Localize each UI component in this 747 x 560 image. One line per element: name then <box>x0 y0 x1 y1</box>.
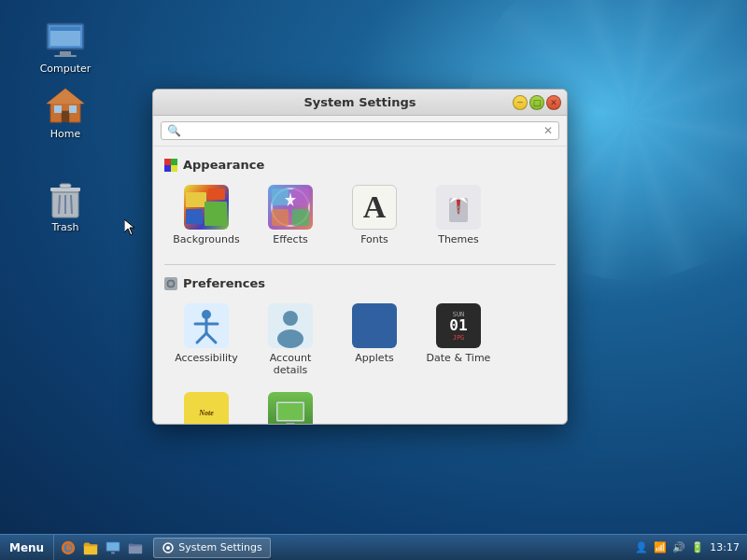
svg-rect-63 <box>107 542 120 550</box>
svg-point-67 <box>166 546 170 550</box>
taskbar: Menu <box>0 534 747 560</box>
svg-rect-5 <box>50 27 80 31</box>
window-title: System Settings <box>303 95 416 109</box>
accessibility-label: Accessibility <box>175 352 238 364</box>
svg-line-14 <box>59 195 60 214</box>
maximize-button[interactable]: □ <box>529 95 544 110</box>
svg-rect-2 <box>60 51 71 55</box>
svg-rect-17 <box>50 188 80 191</box>
desktop-icon-computer[interactable]: Computer <box>28 14 103 78</box>
svg-rect-32 <box>292 189 309 205</box>
svg-rect-33 <box>272 209 289 226</box>
close-button[interactable]: ✕ <box>546 95 561 110</box>
taskbar-user-icon: 👤 <box>635 541 648 553</box>
svg-point-42 <box>458 210 460 213</box>
taskbar-battery-icon: 🔋 <box>691 541 704 553</box>
computer-label: Computer <box>40 63 92 75</box>
account-details-label: Account details <box>252 352 329 376</box>
svg-marker-8 <box>47 89 84 104</box>
backgrounds-label: Backgrounds <box>173 233 239 245</box>
appearance-label: Appearance <box>183 158 264 172</box>
taskbar-time: 13:17 <box>710 541 740 553</box>
firefox-button[interactable] <box>58 538 78 558</box>
desklets-icon: Note <box>184 392 229 424</box>
effects-label: Effects <box>273 233 307 245</box>
taskbar-apps <box>54 538 149 558</box>
svg-point-54 <box>277 329 303 348</box>
home-icon <box>43 83 88 128</box>
svg-rect-3 <box>54 55 77 57</box>
settings-icon-fonts[interactable]: A Fonts <box>332 177 416 253</box>
search-input-wrap: 🔍 ✕ <box>161 121 559 140</box>
settings-taskbar-icon <box>162 541 175 554</box>
preferences-section-header: Preferences <box>153 273 567 296</box>
files-button[interactable] <box>80 538 101 558</box>
appearance-icons-grid: Backgrounds <box>153 177 567 260</box>
svg-rect-10 <box>54 105 62 113</box>
preferences-icon <box>164 277 177 290</box>
search-input[interactable] <box>185 124 543 137</box>
settings-icon-themes[interactable]: Themes <box>416 177 500 253</box>
taskbar-right: 👤 📶 🔊 🔋 13:17 <box>627 541 747 553</box>
search-clear-button[interactable]: ✕ <box>543 124 553 137</box>
settings-icon-desklets[interactable]: Note Desklets <box>164 385 248 424</box>
svg-rect-28 <box>204 202 227 226</box>
settings-icon-desktop[interactable]: Desktop <box>248 385 332 424</box>
desktop-icon-home[interactable]: Home <box>28 79 103 144</box>
svg-rect-11 <box>69 105 77 113</box>
svg-rect-64 <box>111 552 115 553</box>
menu-label: Menu <box>9 541 44 554</box>
trash-icon <box>43 176 88 221</box>
section-divider-1 <box>164 264 556 265</box>
themes-label: Themes <box>438 233 479 245</box>
svg-rect-21 <box>171 159 177 165</box>
themes-icon <box>436 185 481 230</box>
menu-button[interactable]: Menu <box>0 535 54 560</box>
account-details-icon <box>268 303 313 348</box>
settings-icon-effects[interactable]: Effects <box>248 177 332 253</box>
fonts-label: Fonts <box>360 233 388 245</box>
window-content: Appearance Backgrounds <box>153 147 567 424</box>
svg-rect-23 <box>171 165 177 172</box>
svg-rect-18 <box>60 184 71 188</box>
svg-rect-27 <box>186 209 203 224</box>
date-time-label: Date & Time <box>427 352 491 364</box>
home-label: Home <box>50 128 80 140</box>
svg-rect-31 <box>272 189 289 205</box>
search-bar: 🔍 ✕ <box>153 116 567 147</box>
system-settings-window: System Settings ─ □ ✕ 🔍 ✕ <box>152 89 568 425</box>
taskbar-volume-icon: 🔊 <box>672 541 685 553</box>
effects-icon <box>268 185 313 230</box>
desktop-icon-trash[interactable]: Trash <box>28 173 103 237</box>
taskbar-network-icon: 📶 <box>654 541 667 553</box>
svg-rect-34 <box>292 209 309 226</box>
settings-icon-account-details[interactable]: Account details <box>248 296 332 384</box>
settings-icon-date-time[interactable]: SUN 01 JPG Date & Time <box>416 296 500 384</box>
svg-rect-9 <box>62 111 69 122</box>
accessibility-icon <box>184 303 229 348</box>
svg-rect-57 <box>287 423 295 424</box>
svg-rect-20 <box>164 159 171 165</box>
svg-rect-25 <box>186 192 206 207</box>
applets-label: Applets <box>355 352 393 364</box>
applets-icon <box>352 303 397 348</box>
settings-icon-accessibility[interactable]: Accessibility <box>164 296 248 384</box>
preferences-icons-grid: Accessibility Account details <box>153 296 567 424</box>
desktop: Computer Home Trash <box>0 0 747 560</box>
cursor <box>124 219 135 236</box>
window-controls: ─ □ ✕ <box>513 95 561 110</box>
svg-point-53 <box>283 311 298 326</box>
svg-point-41 <box>458 206 460 209</box>
svg-marker-19 <box>124 219 134 235</box>
minimize-button[interactable]: ─ <box>513 95 528 110</box>
preferences-label: Preferences <box>183 276 265 290</box>
svg-line-16 <box>71 195 72 214</box>
taskbar-window-settings[interactable]: System Settings <box>153 538 271 558</box>
settings-icon-applets[interactable]: Applets <box>332 296 416 384</box>
date-time-icon: SUN 01 JPG <box>436 303 481 348</box>
titlebar: System Settings ─ □ ✕ <box>153 90 567 116</box>
settings-icon-backgrounds[interactable]: Backgrounds <box>164 177 248 253</box>
fonts-icon: A <box>352 185 397 230</box>
folder-button[interactable] <box>125 538 146 558</box>
monitor-button[interactable] <box>103 538 123 558</box>
